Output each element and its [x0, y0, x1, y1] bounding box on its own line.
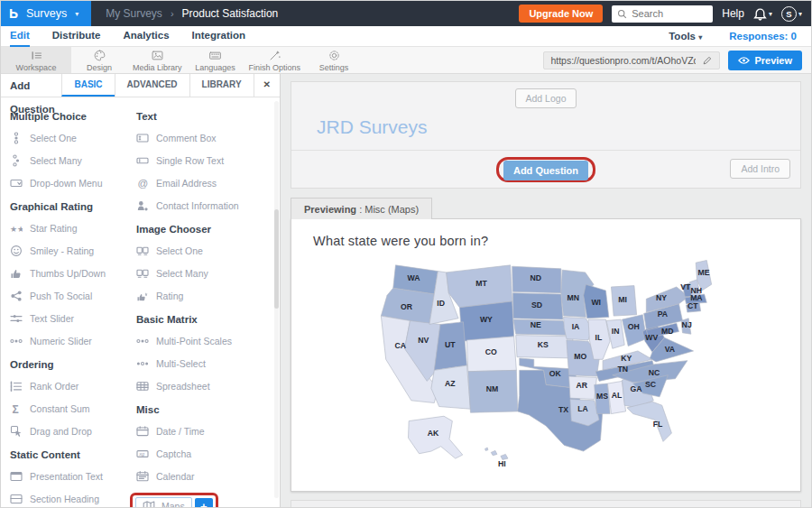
state-label-wy: WY: [479, 315, 492, 324]
responses-count[interactable]: Responses: 0: [729, 31, 797, 42]
question-type-maps[interactable]: Maps+: [136, 493, 276, 508]
state-label-mo: MO: [574, 352, 586, 361]
workspace-toolbar: WorkspaceDesignMedia LibraryLanguagesFin…: [1, 47, 811, 74]
add-intro-button[interactable]: Add Intro: [730, 159, 790, 179]
question-type-rank-order[interactable]: Rank Order: [10, 380, 136, 393]
question-type-thumbs-up-down[interactable]: Thumbs Up/Down: [10, 267, 136, 280]
question-type-label: Single Row Text: [156, 155, 224, 166]
search-input[interactable]: [612, 5, 713, 23]
add-logo-button[interactable]: Add Logo: [515, 88, 577, 108]
question-type-calendar[interactable]: Calendar: [136, 470, 276, 483]
account-menu[interactable]: S ▾: [781, 6, 802, 22]
panel-tab-advanced[interactable]: ADVANCED: [115, 74, 189, 97]
panel-scrollbar[interactable]: [274, 101, 279, 498]
toolbar-item-finish-options[interactable]: Finish Options: [244, 47, 307, 73]
preview-button[interactable]: Preview: [728, 51, 802, 70]
survey-url-field[interactable]: https://questionpro.com/t/AOhoVZdQ: [543, 51, 720, 69]
avatar: S: [781, 6, 797, 22]
close-icon[interactable]: ✕: [254, 74, 280, 97]
state-label-ut: UT: [444, 340, 455, 349]
panel-tab-basic[interactable]: BASIC: [61, 74, 114, 97]
question-type-select-many[interactable]: Select Many: [136, 267, 276, 280]
question-type-multi-select[interactable]: Multi-Select: [136, 357, 276, 370]
state-hi[interactable]: [491, 450, 497, 455]
question-type-date-time[interactable]: Date / Time: [136, 425, 276, 438]
question-type-smiley-rating[interactable]: Smiley - Rating: [10, 245, 136, 257]
panel-tab-library[interactable]: LIBRARY: [189, 74, 254, 97]
nav-tab-analytics[interactable]: Analytics: [123, 26, 169, 47]
help-link[interactable]: Help: [722, 7, 744, 20]
scrollbar-thumb[interactable]: [274, 209, 279, 309]
toolbar-item-settings[interactable]: Settings: [306, 47, 362, 73]
question-type-rating[interactable]: Rating: [136, 290, 276, 302]
toolbar-item-design[interactable]: Design: [71, 47, 127, 73]
question-type-comment-box[interactable]: Comment Box: [136, 132, 276, 144]
question-type-spreadsheet[interactable]: Spreadsheet: [136, 380, 276, 393]
question-type-star-rating[interactable]: ★★Star Rating: [10, 222, 136, 235]
tools-menu[interactable]: Tools ▾: [669, 31, 702, 42]
question-type-select-many[interactable]: Select Many: [10, 154, 136, 167]
question-type-select-one[interactable]: Select One: [10, 132, 136, 144]
panel-title: Add Question: [1, 74, 61, 97]
state-label-az: AZ: [444, 379, 455, 388]
state-fl[interactable]: [626, 402, 671, 441]
top-bar: P Surveys ▾ My Surveys › Product Satisfa…: [1, 1, 811, 26]
section-heading-graphical-rating: Graphical Rating: [10, 201, 136, 212]
question-type-label: Select Many: [30, 155, 82, 166]
previewing-tab[interactable]: Previewing : Misc (Maps): [291, 198, 432, 219]
svg-text:@: @: [138, 178, 149, 189]
question-type-text-slider[interactable]: Text Slider: [10, 312, 136, 325]
breadcrumb-separator-icon: ›: [171, 8, 174, 19]
nav-tab-edit[interactable]: Edit: [10, 26, 30, 47]
question-type-numeric-slider[interactable]: Numeric Slider: [10, 335, 136, 347]
question-type-multi-point-scales[interactable]: Multi-Point Scales: [136, 335, 276, 347]
question-type-constant-sum[interactable]: ΣConstant Sum: [10, 402, 136, 415]
question-type-email-address[interactable]: @Email Address: [136, 177, 276, 189]
toolbar-item-workspace[interactable]: Workspace: [1, 47, 71, 73]
question-type-push-to-social[interactable]: Push To Social: [10, 290, 136, 302]
state-hi[interactable]: [500, 454, 507, 459]
state-label-ct: CT: [687, 301, 698, 310]
nav-tab-distribute[interactable]: Distribute: [52, 26, 101, 47]
question-type-label: Rating: [156, 291, 183, 301]
upgrade-now-button[interactable]: Upgrade Now: [519, 5, 603, 23]
toolbar-items: WorkspaceDesignMedia LibraryLanguagesFin…: [1, 47, 362, 73]
product-switcher[interactable]: P Surveys ▾: [1, 1, 91, 26]
question-type-presentation-text[interactable]: Presentation Text: [10, 470, 136, 483]
question-type-contact-information[interactable]: Contact Information: [136, 199, 276, 212]
question-type-label: Captcha: [156, 448, 191, 459]
question-type-drag-and-drop[interactable]: Drag and Drop: [10, 425, 136, 438]
add-maps-plus-button[interactable]: +: [195, 498, 213, 508]
question-type-label: Drop-down Menu: [30, 178, 103, 189]
state-hi[interactable]: [484, 448, 487, 450]
state-label-or: OR: [400, 302, 412, 311]
svg-text:Σ: Σ: [13, 403, 19, 416]
maps-item[interactable]: Maps: [135, 497, 192, 508]
state-ak[interactable]: [408, 416, 462, 458]
survey-canvas: Add Logo JRD Surveys Add Question Add In…: [281, 74, 811, 508]
section-heading-static-content: Static Content: [10, 449, 136, 460]
nav-tab-integration[interactable]: Integration: [192, 26, 245, 47]
breadcrumb-my-surveys[interactable]: My Surveys: [106, 7, 162, 20]
question-type-captcha[interactable]: xgCaptcha: [136, 448, 276, 460]
question-type-select-one[interactable]: Select One: [136, 245, 276, 257]
question-type-label: Comment Box: [156, 133, 217, 143]
search-icon: [617, 9, 627, 19]
toolbar-item-label: Finish Options: [249, 63, 301, 72]
toolbar-item-media-library[interactable]: Media Library: [127, 47, 188, 73]
survey-title[interactable]: JRD Surveys: [291, 108, 800, 151]
question-type-label: Rank Order: [30, 381, 78, 392]
add-question-button[interactable]: Add Question: [503, 161, 588, 180]
search-field[interactable]: [632, 8, 704, 19]
question-types-column-2: TextComment BoxSingle Row Text@Email Add…: [136, 99, 276, 508]
notifications-button[interactable]: ▾: [753, 7, 772, 21]
toolbar-item-label: Design: [87, 63, 112, 72]
question-type-single-row-text[interactable]: Single Row Text: [136, 154, 276, 167]
question-type-section-heading[interactable]: Section Heading: [10, 493, 136, 505]
edit-pencil-icon[interactable]: [702, 55, 713, 66]
toolbar-item-languages[interactable]: Languages: [188, 47, 244, 73]
section-heading-basic-matrix: Basic Matrix: [136, 314, 276, 325]
panel-tabs: BASICADVANCEDLIBRARY: [61, 74, 253, 97]
survey-url: https://questionpro.com/t/AOhoVZdQ: [550, 55, 696, 66]
question-type-drop-down-menu[interactable]: Drop-down Menu: [10, 177, 136, 189]
